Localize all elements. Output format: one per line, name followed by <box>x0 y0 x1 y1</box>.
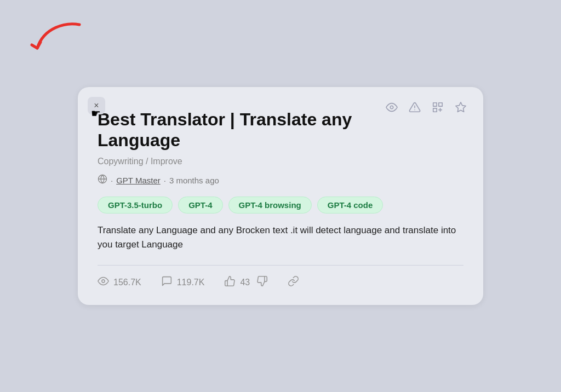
top-actions-bar <box>386 101 467 113</box>
grid-action-icon[interactable] <box>432 101 444 113</box>
svg-rect-5 <box>433 108 437 112</box>
stats-row: 156.7K 119.7K 43 <box>98 275 463 290</box>
svg-marker-8 <box>456 102 466 112</box>
card-divider <box>98 265 463 266</box>
meta-dot-1: · <box>111 176 113 185</box>
page-wrapper: × ☛ <box>0 0 561 392</box>
close-button[interactable]: × <box>88 97 105 114</box>
tag-gpt4[interactable]: GPT-4 <box>178 197 222 214</box>
thumbs-up-icon[interactable] <box>224 275 236 290</box>
time-ago: 3 months ago <box>169 176 219 185</box>
card-meta: · GPT Master · 3 months ago <box>98 174 463 187</box>
tag-gpt4-browsing[interactable]: GPT-4 browsing <box>228 197 312 214</box>
eye-action-icon[interactable] <box>386 101 398 113</box>
tag-gpt35[interactable]: GPT-3.5-turbo <box>98 197 173 214</box>
meta-dot-2: · <box>164 176 166 185</box>
link-stat[interactable] <box>288 275 299 290</box>
likes-stat: 43 <box>224 275 268 290</box>
views-count: 156.7K <box>113 278 141 287</box>
svg-rect-4 <box>439 103 442 106</box>
prompt-card: × ☛ <box>78 87 483 305</box>
star-action-icon[interactable] <box>455 101 467 113</box>
comments-count: 119.7K <box>177 278 205 287</box>
likes-count: 43 <box>240 278 250 287</box>
arrow-annotation <box>16 16 88 73</box>
thumbs-down-icon[interactable] <box>256 275 268 290</box>
close-icon: × <box>94 101 99 111</box>
views-stat: 156.7K <box>98 275 141 290</box>
tags-container: GPT-3.5-turbo GPT-4 GPT-4 browsing GPT-4… <box>98 197 463 214</box>
tag-gpt4-code[interactable]: GPT-4 code <box>317 197 383 214</box>
comments-icon <box>161 275 173 290</box>
card-subtitle: Copywriting / Improve <box>98 157 463 166</box>
author-link[interactable]: GPT Master <box>116 176 161 185</box>
views-icon <box>98 275 109 290</box>
link-icon <box>288 275 299 290</box>
svg-point-11 <box>102 280 105 283</box>
comments-stat: 119.7K <box>161 275 205 290</box>
card-title: Best Translator | Translate any Language <box>98 109 463 151</box>
svg-point-0 <box>390 106 393 109</box>
svg-rect-3 <box>433 103 437 106</box>
warning-action-icon[interactable] <box>409 101 421 113</box>
card-description: Translate any Language and any Brocken t… <box>98 223 463 252</box>
globe-icon <box>98 174 107 187</box>
